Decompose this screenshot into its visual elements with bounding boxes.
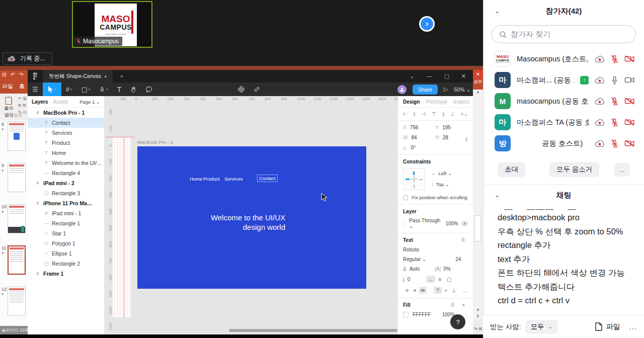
nav-link-services[interactable]: Services [224,176,243,182]
align-bottom-icon[interactable]: ⊥ [450,287,458,294]
user-avatar[interactable] [397,85,407,94]
align-v-center-icon[interactable]: ⫳ [442,111,444,117]
ppt-scrollbar[interactable]: ▲ ▼ ⬇ [473,90,483,319]
expand-video-panel-button[interactable]: › [419,16,435,32]
align-top-icon[interactable]: ⊤ [432,111,436,117]
nav-link-home[interactable]: Home [190,176,202,182]
blend-mode-dropdown[interactable]: Pass Through ⌄ [409,218,442,229]
ipad-frame[interactable] [112,137,131,317]
font-weight-dropdown[interactable]: Regular ⌄ [403,257,426,262]
figma-file-tab[interactable]: 첫번째 Shape-Canvas ● [43,70,113,82]
slide-thumbnail-8[interactable]: 8★ [0,121,28,160]
ppt-share-button[interactable]: 공유 [473,78,483,90]
layer-row[interactable]: #Frame 1 [28,269,104,279]
type-details-button[interactable]: … [463,288,468,293]
align-h-center-icon[interactable]: ⫲ [414,111,415,117]
canvas[interactable]: -100010020030040050060070080090010001100… [105,96,397,334]
move-tool-button[interactable]: ▾ [43,82,61,96]
slide-thumbnail-11[interactable]: 11★ [0,244,28,284]
eye-icon[interactable] [461,221,468,226]
constrain-proportions-icon[interactable]: ⭥ [465,137,468,143]
layer-row[interactable]: ⬠Polygon 1 [28,238,104,248]
file-button[interactable]: 파일 [595,322,620,331]
letter-spacing-field[interactable]: 0% [443,266,450,272]
height-field[interactable]: H28 [436,135,468,140]
window-menu-icon[interactable]: ⌄ [410,73,414,79]
align-left-icon[interactable]: ⟛ [403,287,411,294]
align-right-icon[interactable]: ⊣ [421,111,426,117]
recording-indicator[interactable]: 기록 중... [3,52,52,65]
maximize-icon[interactable]: ▢ [444,73,449,79]
camera-status-icon[interactable] [624,55,635,63]
zoom-level-dropdown[interactable]: 50% ⌄ [454,87,470,93]
next-slide-icon[interactable]: ⬇ [473,314,483,318]
layer-row[interactable]: #iPad mini - 1 [28,208,104,218]
collapse-chat-icon[interactable]: ⌄ [495,192,500,199]
layer-row[interactable]: ○Ellipse 1 [28,248,104,259]
link-icon[interactable] [254,86,260,93]
minimize-icon[interactable]: — [426,73,432,79]
participants-more-button[interactable]: ... [614,163,630,177]
align-left-icon[interactable]: ⊢ [403,111,408,117]
mic-status-icon[interactable] [610,75,619,85]
align-center-icon[interactable]: ≡ [411,287,419,294]
camera-status-icon[interactable] [624,118,635,126]
invite-button[interactable]: 초대 [498,162,525,177]
layer-row[interactable]: #iPhone 11 Pro Max - 1 [28,198,104,208]
slide-thumbnail-9[interactable]: 9★ [0,162,28,201]
align-top-icon[interactable]: ⊤ [434,287,442,294]
layer-row[interactable]: TContact [28,118,104,128]
frame-label[interactable]: MacBook Pro - 1 [137,139,173,145]
scroll-down-icon[interactable]: ▼ [473,308,483,312]
collapse-participants-icon[interactable]: ⌄ [495,8,500,15]
fill-hex-field[interactable]: FFFFFF [413,312,431,317]
fixed-size-icon[interactable]: ▢ [444,276,453,283]
layer-row[interactable]: #MacBook Pro - 1 [28,108,104,118]
participant-row[interactable]: 방공동 호스트) [484,133,644,154]
align-bottom-icon[interactable]: ⊥ [450,111,455,117]
present-button[interactable]: ▷ [444,86,448,93]
auto-width-icon[interactable]: ↔ [426,276,435,283]
camera-status-icon[interactable] [624,139,635,147]
fill-icons[interactable]: ⠿ + [451,302,468,308]
width-field[interactable]: W84 [403,135,436,140]
help-button[interactable]: ? [450,314,465,329]
mute-all-button[interactable]: 모두 음소거 [549,162,599,177]
ppt-tab-home[interactable]: 홈 [19,82,25,90]
share-button[interactable]: Share [413,84,438,95]
send-to-dropdown[interactable]: 모두⌄ [525,320,558,334]
participant-row[interactable]: MASOCAMPUSActionable ContentMasocampus (… [484,48,644,69]
participant-row[interactable]: 마마소캠퍼... (공동 호스트)↑ [484,69,644,91]
x-position-field[interactable]: X756 [403,125,436,130]
camera-status-icon[interactable] [624,76,635,84]
paragraph-spacing-field[interactable]: 0 [408,277,411,282]
layer-opacity-field[interactable]: 100% [445,221,458,226]
auto-height-icon[interactable]: ≡ [435,276,444,283]
mic-status-icon[interactable] [610,97,619,106]
layer-row[interactable]: THome [28,148,104,158]
tab-design[interactable]: Design [403,99,420,105]
align-right-icon[interactable]: ⟚ [419,287,427,294]
macbook-frame[interactable]: HomeProductServicesContact Welcome to th… [137,146,366,289]
font-size-field[interactable]: 24 [455,257,461,262]
layer-row[interactable]: TServices [28,128,104,138]
main-menu-button[interactable]: ☰ [28,82,43,96]
pen-tool-button[interactable]: ▾ [95,82,113,96]
vertical-constraint-dropdown[interactable]: ↕Top ⌄ [431,179,452,190]
rotation-field[interactable]: ⊾0° [403,145,436,150]
slide-thumbnail-10[interactable]: 10★ [0,203,28,242]
layer-row[interactable]: —Rectangle 1 [28,218,104,228]
mic-status-icon[interactable] [610,118,619,127]
layer-row[interactable]: TWelcome to the UI/UX design... [28,158,104,168]
layer-row[interactable]: ☆Star 1 [28,228,104,238]
text-settings-icon[interactable]: ⠿ [461,237,468,243]
mic-status-icon[interactable] [610,54,619,64]
text-tool-button[interactable]: T [113,82,126,96]
layer-row[interactable]: #iPad mini - 2 [28,178,104,188]
line-height-field[interactable]: Auto [410,266,420,272]
horizontal-scrollbar[interactable] [229,329,397,332]
comment-tool-button[interactable] [141,82,157,96]
tab-layers[interactable]: Layers [32,99,48,105]
hero-heading[interactable]: Welcome to the UI/UX design world [211,213,285,232]
scroll-thumb[interactable] [474,215,481,241]
